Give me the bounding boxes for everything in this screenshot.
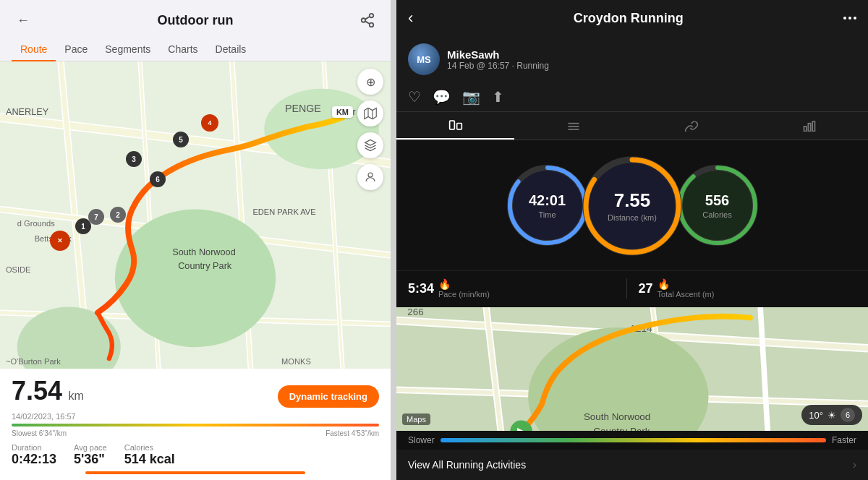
fastest-label: Fastest 4'53"/km	[326, 429, 379, 437]
distance-circle-value: 7.55	[608, 189, 657, 212]
tab-charts[interactable]: Charts	[159, 38, 206, 61]
svg-text:~O'Burton Park: ~O'Burton Park	[6, 357, 61, 366]
view-tab-chart[interactable]	[750, 112, 868, 140]
maps-label: Maps	[402, 413, 430, 425]
svg-text:ANERLEY: ANERLEY	[6, 107, 49, 117]
speed-bar	[12, 424, 379, 427]
temperature-label: 10°	[809, 410, 823, 421]
duration-label: Duration	[12, 443, 56, 452]
slower-label: Slower	[408, 435, 435, 445]
comment-button[interactable]: 💬	[433, 88, 451, 106]
svg-point-1	[362, 18, 366, 22]
left-panel: ← Outdoor run Route Pace Segments Charts…	[0, 0, 391, 480]
action-row: ♡ 💬 📷 ⬆	[396, 82, 868, 112]
share-button[interactable]	[356, 9, 379, 32]
svg-rect-41	[808, 124, 810, 132]
svg-point-2	[370, 23, 374, 27]
duration-value: 0:42:13	[12, 452, 56, 467]
waypoint-6: 6	[150, 171, 166, 187]
chevron-right-icon: ›	[853, 458, 856, 471]
pace-value: 5:34	[408, 281, 434, 296]
metric-calories: Calories 514 kcal	[124, 443, 175, 467]
user-name: MikeSawh	[447, 48, 549, 61]
waypoint-5: 5	[173, 132, 189, 147]
user-info: MS MikeSawh 14 Feb @ 16:57 · Running	[396, 36, 868, 82]
faster-label: Faster	[832, 435, 856, 445]
avg-pace-value: 5'36"	[74, 452, 107, 467]
slowest-label: Slowest 6'34"/km	[12, 429, 67, 437]
tab-route[interactable]: Route	[12, 38, 56, 61]
mini-stats: 5:34 🔥 Pace (min/km) 27 🔥 Total Ascent (…	[396, 270, 868, 307]
view-tab-link[interactable]	[632, 112, 750, 140]
more-options-button[interactable]	[843, 17, 856, 20]
footer-link-text: View All Running Activities	[408, 459, 526, 471]
svg-text:Country Park: Country Park	[178, 261, 232, 271]
svg-point-21	[115, 210, 276, 348]
back-button[interactable]: ←	[12, 9, 35, 32]
waypoint-3: 3	[126, 151, 142, 167]
metric-avg-pace: Avg pace 5'36"	[74, 443, 107, 467]
distance-circle: 7.55 Distance (km)	[580, 153, 685, 258]
speed-labels: Slowest 6'34"/km Fastest 4'53"/km	[12, 429, 379, 437]
distance-unit: km	[69, 390, 84, 402]
like-button[interactable]: ♡	[408, 88, 421, 106]
right-panel: ‹ Croydon Running MS MikeSawh 14 Feb @ 1…	[396, 0, 868, 480]
stats-footer: 7.54 km Dynamic tracking 14/02/2023, 16:…	[0, 369, 391, 480]
circles-area: 42:01 Time 7.55 Distance (km) 556 Ca	[396, 140, 868, 270]
layers-button[interactable]	[357, 132, 383, 158]
time-label: Time	[529, 210, 566, 219]
view-tabs	[396, 112, 868, 140]
tab-pace[interactable]: Pace	[56, 38, 96, 61]
time-value: 42:01	[529, 192, 566, 209]
footer-link[interactable]: View All Running Activities ›	[396, 450, 868, 480]
dynamic-tracking-button[interactable]: Dynamic tracking	[278, 385, 379, 408]
right-back-button[interactable]: ‹	[408, 9, 413, 27]
calories-label: Calories	[124, 443, 175, 452]
km-label: KM	[332, 106, 353, 118]
metrics-row: Duration 0:42:13 Avg pace 5'36" Calories…	[12, 443, 379, 467]
user-subtitle: 14 Feb @ 16:57 · Running	[447, 61, 549, 71]
svg-rect-35	[449, 121, 454, 129]
svg-text:PENGE: PENGE	[285, 103, 321, 114]
tab-details[interactable]: Details	[207, 38, 255, 61]
pace-label: Pace (min/km)	[438, 290, 490, 299]
map-controls: ⊕	[357, 69, 383, 190]
view-tab-stats[interactable]	[396, 112, 514, 140]
distance-value: 7.54	[12, 376, 62, 406]
distance-circle-label: Distance (km)	[608, 213, 657, 222]
avatar[interactable]: MS	[408, 43, 440, 75]
svg-text:MONKS: MONKS	[281, 357, 311, 366]
weather-detail: 6	[841, 408, 855, 422]
weather-badge: 10° ☀ 6	[801, 405, 862, 425]
date-label: 14/02/2023, 16:57	[12, 412, 379, 421]
metric-duration: Duration 0:42:13	[12, 443, 56, 467]
right-title: Croydon Running	[574, 11, 684, 26]
person-button[interactable]	[357, 164, 383, 190]
calories-value: 514 kcal	[124, 452, 175, 467]
svg-rect-42	[812, 121, 814, 131]
tab-segments[interactable]: Segments	[96, 38, 159, 61]
camera-button[interactable]: 📷	[462, 88, 480, 106]
map-type-button[interactable]	[357, 100, 383, 127]
center-map-button[interactable]: ⊕	[357, 69, 383, 95]
svg-text:Country Park: Country Park	[593, 426, 650, 431]
waypoint-1: 1	[75, 218, 91, 234]
view-tab-list[interactable]	[514, 112, 632, 140]
weather-icon: ☀	[827, 410, 836, 421]
time-circle: 42:01 Time	[504, 162, 591, 249]
speed-legend: Slower Faster	[396, 431, 868, 450]
right-map[interactable]: 266 A214 South Norwood Country Park A222…	[396, 307, 868, 431]
calories-value: 556	[702, 192, 731, 209]
svg-text:EDEN PARK AVE: EDEN PARK AVE	[252, 208, 315, 217]
share-action-button[interactable]: ⬆	[492, 88, 504, 106]
svg-text:▶: ▶	[517, 424, 528, 431]
map-container[interactable]: Cator P... PENGE South Norwood Country P…	[0, 61, 391, 369]
bottom-bar	[85, 471, 306, 474]
waypoint-start: ✕	[50, 231, 70, 251]
legend-bar	[441, 438, 826, 442]
svg-rect-40	[804, 127, 806, 132]
calories-label: Calories	[702, 210, 731, 219]
left-header: ← Outdoor run	[0, 0, 391, 38]
svg-text:South Norwood: South Norwood	[584, 411, 650, 422]
page-title: Outdoor run	[158, 13, 234, 28]
